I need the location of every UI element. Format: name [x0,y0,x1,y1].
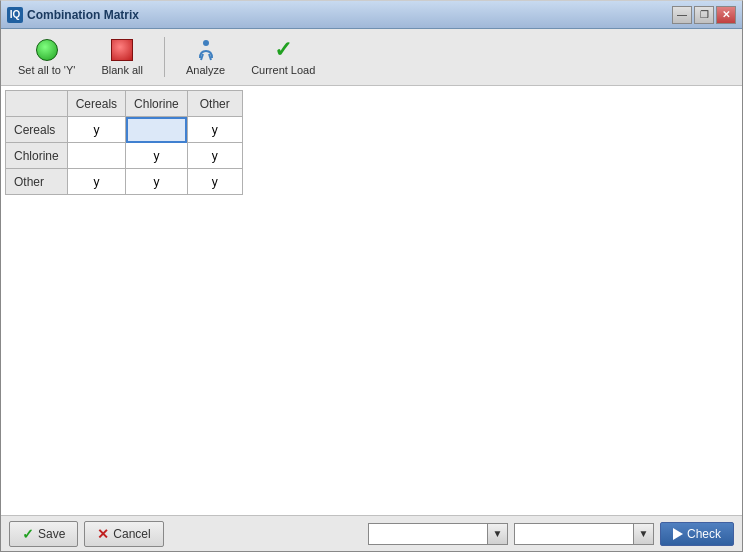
row-header-chlorine: Chlorine [6,143,68,169]
red-square-icon [110,38,134,62]
save-button[interactable]: ✓ Save [9,521,78,547]
cell-other-other[interactable]: y [187,169,242,195]
dropdown-input-1[interactable] [368,523,488,545]
cell-chlorine-cereals[interactable] [67,143,125,169]
table-row: Cereals y y [6,117,243,143]
dropdown-arrow-1[interactable]: ▼ [488,523,508,545]
analyze-icon [194,38,218,62]
checkmark-icon: ✓ [271,38,295,62]
svg-point-0 [203,40,209,46]
dropdown-combo-2: ▼ [514,523,654,545]
row-header-other: Other [6,169,68,195]
toolbar: Set all to 'Y' Blank all Analyze [1,29,742,86]
save-label: Save [38,527,65,541]
check-label: Check [687,527,721,541]
row-header-cereals: Cereals [6,117,68,143]
app-icon: IQ [7,7,23,23]
blank-all-button[interactable]: Blank all [92,33,152,81]
cancel-label: Cancel [113,527,150,541]
title-bar-buttons: — ❐ ✕ [672,6,736,24]
current-load-button[interactable]: ✓ Current Load [242,33,324,81]
cell-chlorine-other[interactable]: y [187,143,242,169]
cancel-x-icon: ✕ [97,526,109,542]
window-title: Combination Matrix [27,8,672,22]
current-load-label: Current Load [251,64,315,76]
table-corner-header [6,91,68,117]
cell-chlorine-chlorine[interactable]: y [126,143,188,169]
cell-cereals-cereals[interactable]: y [67,117,125,143]
close-button[interactable]: ✕ [716,6,736,24]
play-icon [673,528,683,540]
cell-other-cereals[interactable]: y [67,169,125,195]
cell-other-chlorine[interactable]: y [126,169,188,195]
table-row: Other y y y [6,169,243,195]
analyze-button[interactable]: Analyze [177,33,234,81]
column-header-other: Other [187,91,242,117]
column-header-cereals: Cereals [67,91,125,117]
save-check-icon: ✓ [22,526,34,542]
cell-cereals-other[interactable]: y [187,117,242,143]
restore-button[interactable]: ❐ [694,6,714,24]
minimize-button[interactable]: — [672,6,692,24]
content-area: Cereals Chlorine Other Cereals y y Chlor… [1,86,742,515]
combination-matrix-table: Cereals Chlorine Other Cereals y y Chlor… [5,90,243,195]
dropdown-combo-1: ▼ [368,523,508,545]
toolbar-divider [164,37,165,77]
dropdown-arrow-2[interactable]: ▼ [634,523,654,545]
title-bar: IQ Combination Matrix — ❐ ✕ [1,1,742,29]
bottom-bar: ✓ Save ✕ Cancel ▼ ▼ Check [1,515,742,551]
green-circle-icon [35,38,59,62]
cell-cereals-chlorine[interactable] [126,117,188,143]
blank-all-label: Blank all [101,64,143,76]
table-row: Chlorine y y [6,143,243,169]
cancel-button[interactable]: ✕ Cancel [84,521,163,547]
set-all-label: Set all to 'Y' [18,64,75,76]
dropdown-input-2[interactable] [514,523,634,545]
column-header-chlorine: Chlorine [126,91,188,117]
analyze-label: Analyze [186,64,225,76]
main-window: IQ Combination Matrix — ❐ ✕ Set all to '… [0,0,743,552]
set-all-button[interactable]: Set all to 'Y' [9,33,84,81]
check-button[interactable]: Check [660,522,734,546]
